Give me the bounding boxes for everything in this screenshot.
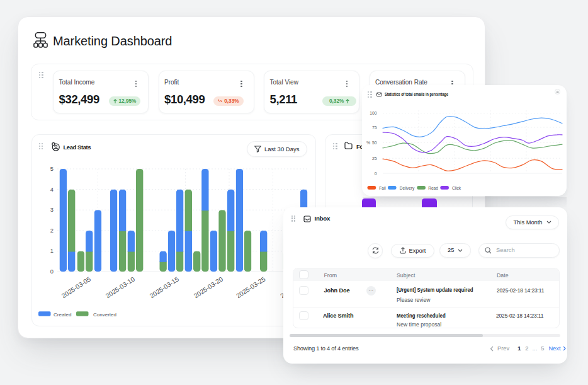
svg-text:25: 25 xyxy=(372,156,377,161)
svg-text:Read: Read xyxy=(428,186,438,190)
svg-text:100: 100 xyxy=(370,111,377,115)
svg-text:2025-03-05: 2025-03-05 xyxy=(60,275,91,299)
svg-text:2025-03-25: 2025-03-25 xyxy=(235,275,266,299)
svg-text:1: 1 xyxy=(50,248,53,254)
svg-text:2025-03-20: 2025-03-20 xyxy=(192,275,223,299)
svg-text:%: % xyxy=(366,141,370,145)
svg-text:Created: Created xyxy=(54,311,71,317)
svg-text:0: 0 xyxy=(375,171,377,176)
svg-text:Delivery: Delivery xyxy=(400,186,415,191)
svg-text:4: 4 xyxy=(50,186,53,192)
svg-text:2025-03-10: 2025-03-10 xyxy=(104,275,135,299)
svg-text:50: 50 xyxy=(372,141,377,145)
svg-text:5: 5 xyxy=(50,166,53,172)
svg-text:0: 0 xyxy=(50,268,53,275)
svg-text:75: 75 xyxy=(372,125,377,130)
svg-text:Fail: Fail xyxy=(379,186,386,190)
svg-text:Click: Click xyxy=(452,186,461,190)
svg-text:Converted: Converted xyxy=(93,311,116,317)
svg-text:2: 2 xyxy=(50,227,53,233)
svg-text:3: 3 xyxy=(50,207,53,213)
svg-text:2025-03-15: 2025-03-15 xyxy=(148,275,179,299)
